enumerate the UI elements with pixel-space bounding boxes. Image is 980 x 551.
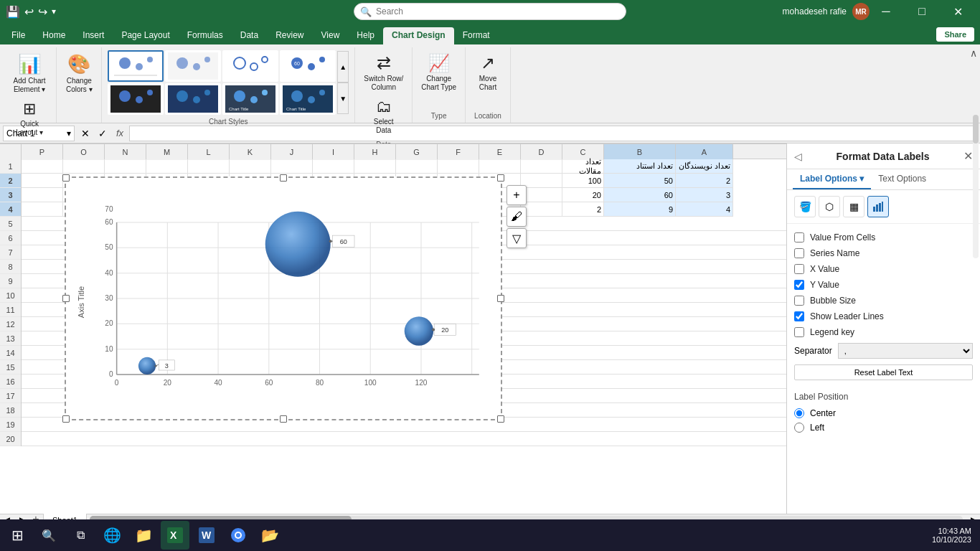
name-box-dropdown[interactable]: ▾ (67, 128, 71, 138)
resize-handle-tl[interactable] (62, 174, 70, 182)
chart-style-5[interactable] (108, 83, 164, 115)
chart-styles-button[interactable]: 🖌 (507, 207, 527, 227)
row-5[interactable]: 5 (0, 217, 21, 231)
resize-handle-br[interactable] (497, 415, 504, 423)
cell-a4[interactable]: 4 (676, 202, 733, 217)
save-icon[interactable]: 💾 (6, 5, 20, 19)
tab-review[interactable]: Review (267, 27, 312, 44)
confirm-formula-button[interactable]: ✓ (95, 126, 110, 141)
col-h[interactable]: H (354, 144, 396, 160)
chart-style-2[interactable] (165, 50, 221, 82)
task-view-button[interactable]: ⧉ (66, 521, 95, 550)
chart-container[interactable]: + 🖌 ▽ Axis Title (65, 176, 502, 420)
col-l[interactable]: L (188, 144, 230, 160)
cell-d1[interactable] (521, 159, 562, 174)
col-i[interactable]: I (313, 144, 354, 160)
bubble-3[interactable] (138, 357, 156, 375)
panel-close-button[interactable]: ✕ (963, 149, 973, 163)
quick-layout-button[interactable]: ⊞ QuickLayout ▾ (11, 97, 47, 140)
resize-handle-ml[interactable] (62, 295, 70, 302)
tab-view[interactable]: View (313, 27, 349, 44)
taskbar-word[interactable]: W (192, 521, 221, 550)
cell-h1[interactable] (354, 159, 396, 174)
bubble-size-checkbox[interactable] (794, 296, 804, 306)
row-12[interactable]: 12 (0, 317, 21, 331)
panel-scrollbar[interactable] (973, 224, 979, 258)
row-13[interactable]: 13 (0, 331, 21, 346)
chart-style-3[interactable] (222, 50, 278, 82)
cell-e1[interactable] (479, 159, 521, 174)
cell-p4[interactable] (22, 202, 63, 217)
taskbar-chrome[interactable] (224, 521, 253, 550)
chart-style-7[interactable]: Chart Title (222, 83, 278, 115)
cell-i1[interactable] (313, 159, 354, 174)
x-value-checkbox[interactable] (794, 264, 804, 274)
cancel-formula-button[interactable]: ✕ (77, 126, 93, 141)
chart-styles-scroll-down[interactable]: ▼ (337, 83, 349, 114)
resize-handle-tm[interactable] (280, 174, 287, 182)
bubble-2[interactable] (405, 316, 433, 345)
taskbar-excel[interactable]: X (161, 521, 189, 550)
chart-style-1[interactable] (108, 50, 164, 82)
col-n[interactable]: N (105, 144, 146, 160)
taskbar-files[interactable]: 📂 (255, 521, 284, 550)
cell-c4[interactable]: 2 (562, 202, 604, 217)
bubble-1[interactable] (265, 212, 331, 277)
undo-icon[interactable]: ↩ (24, 5, 34, 19)
row-9[interactable]: 9 (0, 274, 21, 288)
cell-b2[interactable]: 50 (604, 174, 676, 188)
col-a[interactable]: A (676, 144, 733, 160)
center-radio[interactable] (794, 408, 804, 418)
chart-elements-button[interactable]: + (507, 185, 527, 205)
switch-row-column-button[interactable]: ⇄ Switch Row/Column (359, 50, 407, 95)
taskbar-edge[interactable]: 🌐 (98, 521, 126, 550)
col-p[interactable]: P (22, 144, 63, 160)
tab-format[interactable]: Format (454, 27, 499, 44)
cell-k1[interactable] (230, 159, 271, 174)
start-button[interactable]: ⊞ (3, 521, 32, 550)
resize-handle-tr[interactable] (497, 174, 504, 182)
col-j[interactable]: J (271, 144, 313, 160)
col-o[interactable]: O (63, 144, 105, 160)
cell-a1[interactable]: تعداد نویسندگان (676, 159, 733, 174)
change-chart-type-button[interactable]: 📈 ChangeChart Type (417, 50, 461, 95)
left-radio[interactable] (794, 423, 804, 433)
cell-b1[interactable]: تعداد استناد (604, 159, 676, 174)
cell-b3[interactable]: 60 (604, 188, 676, 202)
row-10[interactable]: 10 (0, 288, 21, 303)
col-e[interactable]: E (479, 144, 521, 160)
cell-p1[interactable] (22, 159, 63, 174)
row-16[interactable]: 16 (0, 375, 21, 389)
row-14[interactable]: 14 (0, 346, 21, 360)
row-6[interactable]: 6 (0, 231, 21, 245)
size-icon-button[interactable]: ▦ (843, 196, 864, 217)
cell-p3[interactable] (22, 188, 63, 202)
chart-filters-button[interactable]: ▽ (507, 228, 527, 248)
row-7[interactable]: 7 (0, 245, 21, 260)
ribbon-collapse-button[interactable]: ∧ (970, 47, 977, 59)
cell-o1[interactable] (63, 159, 105, 174)
cell-d2[interactable] (521, 174, 562, 188)
label-options-icon-button[interactable] (867, 196, 889, 217)
tab-page-layout[interactable]: Page Layout (113, 27, 178, 44)
resize-handle-mr[interactable] (497, 295, 504, 302)
chart-style-8[interactable]: Chart Title (280, 83, 336, 115)
taskbar-search[interactable]: 🔍 (34, 521, 63, 550)
cell-m1[interactable] (146, 159, 188, 174)
cell-d4[interactable] (521, 202, 562, 217)
tab-home[interactable]: Home (34, 27, 74, 44)
chart-style-6[interactable] (165, 83, 221, 115)
add-chart-element-button[interactable]: 📊 Add ChartElement ▾ (9, 50, 50, 97)
taskbar-explorer[interactable]: 📁 (129, 521, 158, 550)
cell-d3[interactable] (521, 188, 562, 202)
panel-nav-back[interactable]: ◁ (794, 151, 802, 162)
tab-text-options[interactable]: Text Options (871, 169, 933, 189)
row-20[interactable]: 20 (0, 432, 21, 446)
cell-n1[interactable] (105, 159, 146, 174)
close-button[interactable]: ✕ (941, 0, 974, 23)
col-g[interactable]: G (396, 144, 438, 160)
formula-input[interactable] (129, 126, 977, 141)
legend-key-checkbox[interactable] (794, 327, 804, 337)
cell-a3[interactable]: 3 (676, 188, 733, 202)
row-19[interactable]: 19 (0, 418, 21, 432)
